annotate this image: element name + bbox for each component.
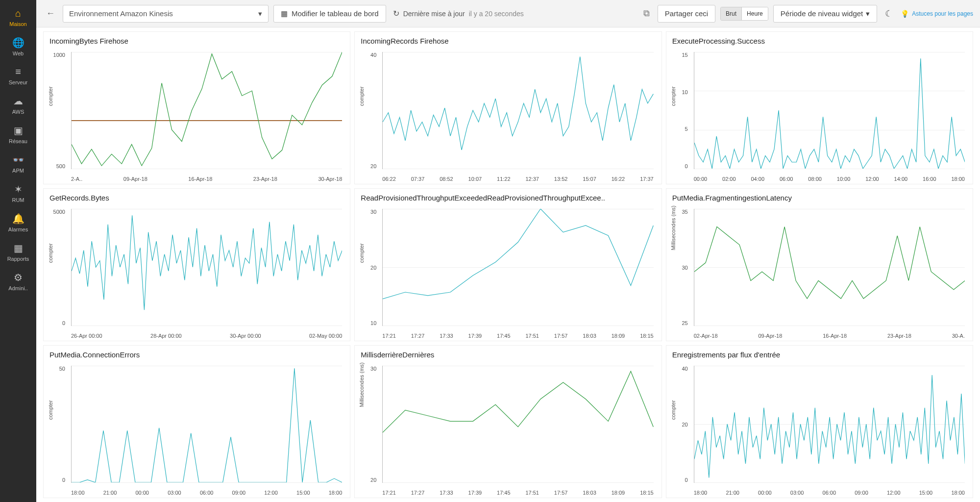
nav-alarms[interactable]: 🔔Alarmes xyxy=(0,208,36,237)
widget-title: PutMedia.ConnectionErrors xyxy=(44,346,350,361)
plot xyxy=(71,209,342,326)
x-ticks: 17:2117:2717:3317:3917:4517:5117:5718:03… xyxy=(382,333,653,339)
chart-area: compter50018:0021:0000:0003:0006:0009:00… xyxy=(44,361,350,498)
nav-reports[interactable]: ▦Rapports xyxy=(0,237,36,267)
series-svg xyxy=(383,52,653,169)
plot xyxy=(382,52,653,169)
topbar: ← Environnement Amazon Kinesis ▾ ▦ Modif… xyxy=(36,0,980,27)
chart-area: Millisecondes (ms)302017:2117:2717:3317:… xyxy=(355,361,661,498)
modify-dashboard-button[interactable]: ▦ Modifier le tableau de bord xyxy=(273,5,386,23)
slideshow-icon[interactable]: ⧉ xyxy=(640,8,653,19)
x-ticks: 18:0021:0000:0003:0006:0009:0012:0015:00… xyxy=(694,490,965,496)
grid-icon: ▦ xyxy=(281,9,288,18)
y-ticks: 40200 xyxy=(666,366,690,483)
chart-widget[interactable]: IncomingRecords Firehosecompter402006:22… xyxy=(354,31,662,184)
sidebar: ⌂Maison 🌐Web ≡Serveur ☁AWS ▣Réseau 👓APM … xyxy=(0,0,36,502)
chart-widget[interactable]: IncomingBytes Firehosecompter10005002-A.… xyxy=(43,31,350,184)
chart-area: compter4020018:0021:0000:0003:0006:0009:… xyxy=(666,361,973,498)
widget-title: ExecuteProcessing.Success xyxy=(666,32,973,47)
refresh-status: ↻ Dernière mise à jour il y a 20 seconde… xyxy=(393,9,524,18)
refresh-icon[interactable]: ↻ xyxy=(393,9,399,18)
plot xyxy=(694,209,965,326)
nav-label: Serveur xyxy=(9,79,28,85)
home-icon: ⌂ xyxy=(0,8,36,19)
refresh-time: il y a 20 secondes xyxy=(469,10,524,18)
raw-button[interactable]: Brut xyxy=(721,7,742,20)
reports-icon: ▦ xyxy=(0,242,36,254)
series-svg xyxy=(72,366,342,482)
page-hints-link[interactable]: 💡 Astuces pour les pages xyxy=(901,10,973,18)
y-ticks: 1000500 xyxy=(44,52,67,169)
globe-icon: 🌐 xyxy=(0,37,36,49)
nav-admin[interactable]: ⚙Admini.. xyxy=(0,267,36,296)
chart-widget[interactable]: PutMedia.FragmentingestionLatencyMillise… xyxy=(666,188,973,341)
series-svg xyxy=(383,366,653,482)
plot xyxy=(71,366,342,483)
series-svg xyxy=(72,52,342,169)
environment-label: Environnement Amazon Kinesis xyxy=(69,9,173,18)
y-ticks: 50000 xyxy=(44,209,67,326)
widget-title: ReadProvisionedThroughputExceededReadPro… xyxy=(355,189,661,204)
bell-icon: 🔔 xyxy=(0,213,36,225)
chart-widget[interactable]: Enregistrements par flux d'entréecompter… xyxy=(666,345,973,498)
x-ticks: 06:2207:3708:5210:0711:2212:3713:5215:07… xyxy=(382,176,653,182)
widget-title: PutMedia.FragmentingestionLatency xyxy=(666,189,973,204)
series-svg xyxy=(383,209,653,326)
x-ticks: 18:0021:0000:0003:0006:0009:0012:0015:00… xyxy=(71,490,342,496)
time-mode-segment: Brut Heure xyxy=(720,7,768,21)
chart-widget[interactable]: GetRecords.Bytescompter5000026-Apr 00:00… xyxy=(43,188,350,341)
nav-home[interactable]: ⌂Maison xyxy=(0,3,36,32)
nav-label: RUM xyxy=(12,197,24,203)
hint-label: Astuces pour les pages xyxy=(912,10,973,17)
series-svg xyxy=(694,209,965,326)
plot xyxy=(382,209,653,326)
nav-server[interactable]: ≡Serveur xyxy=(0,61,36,90)
share-label: Partager ceci xyxy=(665,9,708,18)
series-svg xyxy=(694,52,965,169)
chart-area: compter5000026-Apr 00:0028-Apr 00:0030-A… xyxy=(44,204,350,341)
rum-icon: ✶ xyxy=(0,183,36,195)
modify-label: Modifier le tableau de bord xyxy=(292,9,379,18)
share-button[interactable]: Partager ceci xyxy=(658,5,715,23)
chart-widget[interactable]: MillisderrièreDernièresMillisecondes (ms… xyxy=(354,345,662,498)
dark-mode-icon[interactable]: ☾ xyxy=(882,8,896,19)
y-ticks: 4020 xyxy=(355,52,378,169)
nav-label: AWS xyxy=(12,109,24,115)
back-button[interactable]: ← xyxy=(43,6,58,21)
nav-network[interactable]: ▣Réseau xyxy=(0,120,36,149)
x-ticks: 00:0002:0004:0006:0008:0010:0012:0014:00… xyxy=(694,176,965,182)
x-ticks: 26-Apr 00:0028-Apr 00:0030-Apr 00:0002-M… xyxy=(71,333,342,339)
chart-widget[interactable]: ExecuteProcessing.Successcompter15105000… xyxy=(666,31,973,184)
nav-label: Web xyxy=(13,50,24,56)
chart-area: Millisecondes (ms)35302502-Apr-1809-Apr-… xyxy=(666,204,973,341)
nav-aws[interactable]: ☁AWS xyxy=(0,90,36,120)
environment-select[interactable]: Environnement Amazon Kinesis ▾ xyxy=(63,5,269,23)
nav-label: Réseau xyxy=(9,138,27,144)
nav-label: Maison xyxy=(9,21,26,27)
x-ticks: 2-A..09-Apr-1816-Apr-1823-Apr-1830-Apr-1… xyxy=(71,176,342,182)
nav-apm[interactable]: 👓APM xyxy=(0,149,36,178)
y-ticks: 353025 xyxy=(666,209,690,326)
aws-icon: ☁ xyxy=(0,95,36,107)
widget-title: MillisderrièreDernières xyxy=(355,346,661,361)
binoculars-icon: 👓 xyxy=(0,154,36,166)
gear-icon: ⚙ xyxy=(0,272,36,283)
plot xyxy=(694,366,965,483)
nav-label: Admini.. xyxy=(8,285,28,291)
nav-web[interactable]: 🌐Web xyxy=(0,32,36,61)
server-icon: ≡ xyxy=(0,66,36,77)
hour-button[interactable]: Heure xyxy=(742,7,768,20)
nav-rum[interactable]: ✶RUM xyxy=(0,178,36,208)
widget-title: GetRecords.Bytes xyxy=(44,189,350,204)
chart-area: compter15105000:0002:0004:0006:0008:0010… xyxy=(666,47,973,184)
nav-label: APM xyxy=(12,168,24,174)
chevron-down-icon: ▾ xyxy=(866,9,870,18)
dashboard-grid: IncomingBytes Firehosecompter10005002-A.… xyxy=(36,27,980,502)
chart-widget[interactable]: PutMedia.ConnectionErrorscompter50018:00… xyxy=(43,345,350,498)
y-ticks: 500 xyxy=(44,366,67,483)
widget-period-select[interactable]: Période de niveau widget ▾ xyxy=(773,5,877,23)
chart-widget[interactable]: ReadProvisionedThroughputExceededReadPro… xyxy=(354,188,662,341)
chart-area: compter10005002-A..09-Apr-1816-Apr-1823-… xyxy=(44,47,350,184)
main: ← Environnement Amazon Kinesis ▾ ▦ Modif… xyxy=(36,0,980,502)
refresh-label: Dernière mise à jour xyxy=(403,10,465,18)
